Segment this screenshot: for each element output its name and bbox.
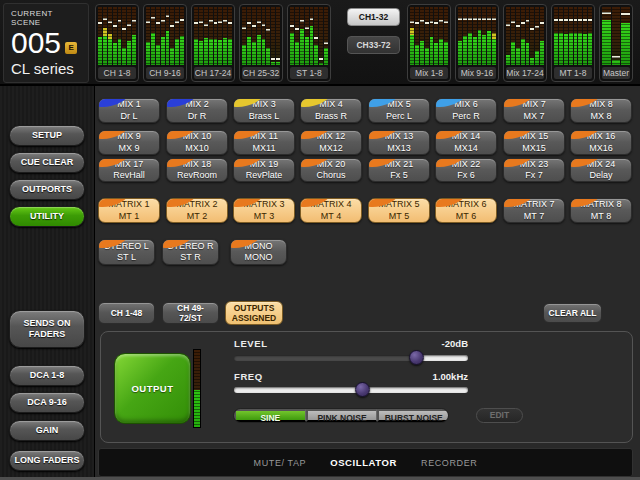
meter-bar bbox=[511, 7, 515, 65]
sidebar-button-utility[interactable]: UTILITY bbox=[9, 206, 85, 227]
channel-name: MT 1 bbox=[99, 211, 159, 222]
channel-button-mix-14[interactable]: MIX 14MX14 bbox=[435, 130, 497, 155]
meter-peak-hold bbox=[554, 19, 558, 21]
channel-button-mix-23[interactable]: MIX 23Fx 7 bbox=[503, 158, 565, 182]
clear-all-button[interactable]: CLEAR ALL bbox=[543, 303, 602, 323]
meter-bar-yellow bbox=[103, 28, 107, 36]
meter-bank-label: Mix 17-24 bbox=[506, 67, 544, 79]
channel-button-mix-22[interactable]: MIX 22Fx 6 bbox=[435, 158, 497, 182]
sidebar-button-dca-9-16[interactable]: DCA 9-16 bbox=[9, 392, 85, 413]
oscillator-meter bbox=[193, 349, 201, 428]
mode-button-burst-noise[interactable]: BURST NOISE bbox=[377, 409, 448, 422]
meter-bar-fill bbox=[569, 33, 573, 65]
channel-button-matrix-4[interactable]: MATRIX 4MT 4 bbox=[300, 198, 362, 223]
meter-bar bbox=[583, 7, 587, 65]
meter-bar bbox=[98, 7, 102, 65]
channel-button-mix-4[interactable]: MIX 4Brass R bbox=[300, 98, 362, 123]
channel-button-mix-6[interactable]: MIX 6Perc R bbox=[435, 98, 497, 123]
meter-bars bbox=[554, 7, 592, 65]
meter-bar bbox=[458, 7, 462, 65]
meter-bar bbox=[602, 7, 611, 65]
channel-button-mix-5[interactable]: MIX 5Perc L bbox=[368, 98, 430, 123]
channel-button-mix-13[interactable]: MIX 13MX13 bbox=[368, 130, 430, 155]
sidebar: SETUPCUE CLEAROUTPORTSUTILITYSENDS ON FA… bbox=[0, 86, 95, 480]
freq-slider-track[interactable] bbox=[234, 387, 468, 393]
channel-name: MX12 bbox=[301, 143, 361, 154]
channel-button-mix-8[interactable]: MIX 8MX 8 bbox=[570, 98, 632, 123]
sidebar-button-cue-clear[interactable]: CUE CLEAR bbox=[9, 152, 85, 173]
oscillator-panel: OUTPUT LEVEL -20dB FREQ 1.00kHz SINEPINK… bbox=[100, 331, 633, 443]
meter-peak-hold bbox=[458, 18, 462, 20]
channel-button-mix-1[interactable]: MIX 1Dr L bbox=[98, 98, 160, 123]
meter-peak-hold bbox=[257, 21, 261, 23]
channel-button-mix-3[interactable]: MIX 3Brass L bbox=[233, 98, 295, 123]
meter-peak-hold bbox=[468, 18, 472, 20]
meter-bar-fill bbox=[420, 41, 424, 65]
sidebar-button-long-faders[interactable]: LONG FADERS bbox=[9, 450, 85, 471]
meter-bar bbox=[410, 7, 414, 65]
channel-button-matrix-1[interactable]: MATRIX 1MT 1 bbox=[98, 198, 160, 223]
meter-bar-fill bbox=[228, 39, 232, 65]
sidebar-button-setup[interactable]: SETUP bbox=[9, 125, 85, 146]
meter-peak-hold bbox=[108, 21, 112, 23]
view-tab-outputs-assigned[interactable]: OUTPUTS ASSIGNED bbox=[225, 301, 283, 325]
meter-peak-hold bbox=[314, 37, 318, 39]
meter-peak-hold bbox=[588, 19, 592, 21]
channel-button-mono[interactable]: MONOMONO bbox=[230, 239, 287, 265]
oscillator-edit-button[interactable]: EDIT bbox=[476, 408, 523, 423]
channel-button-mix-16[interactable]: MIX 16MX16 bbox=[570, 130, 632, 155]
oscillator-output-button[interactable]: OUTPUT bbox=[114, 353, 191, 424]
channel-button-matrix-2[interactable]: MATRIX 2MT 2 bbox=[166, 198, 228, 223]
level-slider-knob[interactable] bbox=[409, 350, 424, 365]
channel-button-matrix-5[interactable]: MATRIX 5MT 5 bbox=[368, 198, 430, 223]
meter-peak-hold bbox=[430, 21, 434, 23]
channel-button-mix-15[interactable]: MIX 15MX15 bbox=[503, 130, 565, 155]
sidebar-button-outports[interactable]: OUTPORTS bbox=[9, 179, 85, 200]
channel-button-mix-17[interactable]: MIX 17RevHall bbox=[98, 158, 160, 182]
channel-button-mix-18[interactable]: MIX 18RevRoom bbox=[166, 158, 228, 182]
channel-button-mix-21[interactable]: MIX 21Fx 5 bbox=[368, 158, 430, 182]
channel-button-stereo-r[interactable]: STEREO RST R bbox=[162, 239, 219, 265]
meter-peak-hold bbox=[98, 22, 102, 24]
bottom-tab-oscillator[interactable]: OSCILLATOR bbox=[330, 457, 397, 468]
bottom-tab-recorder[interactable]: RECORDER bbox=[421, 458, 477, 468]
channel-button-mix-19[interactable]: MIX 19RevPlate bbox=[233, 158, 295, 182]
mode-button-sine[interactable]: SINE bbox=[234, 409, 306, 422]
channel-button-mix-10[interactable]: MIX 10MX10 bbox=[166, 130, 228, 155]
meter-bar-fill bbox=[463, 36, 467, 65]
channel-button-mix-9[interactable]: MIX 9MX 9 bbox=[98, 130, 160, 155]
channel-button-matrix-8[interactable]: MATRIX 8MT 8 bbox=[570, 198, 632, 223]
meter-bank-mix-17-24: Mix 17-24 bbox=[503, 4, 547, 82]
view-tab-ch-1-48[interactable]: CH 1-48 bbox=[98, 302, 155, 324]
view-tab-ch-49-72-st[interactable]: CH 49-72/ST bbox=[162, 302, 219, 324]
channel-name: Fx 6 bbox=[436, 170, 496, 181]
meter-bank-ch-25-32: CH 25-32 bbox=[239, 4, 283, 82]
channel-button-mix-12[interactable]: MIX 12MX12 bbox=[300, 130, 362, 155]
sidebar-button-sends-on-faders[interactable]: SENDS ON FADERS bbox=[9, 310, 85, 348]
meter-bank-master: Master bbox=[599, 4, 633, 82]
meter-bars bbox=[242, 7, 280, 65]
meter-peak-hold bbox=[223, 20, 227, 22]
freq-slider-knob[interactable] bbox=[355, 382, 370, 397]
meter-bar bbox=[161, 7, 165, 65]
channel-button-mix-11[interactable]: MIX 11MX11 bbox=[233, 130, 295, 155]
bottom-tab-mute-tap[interactable]: MUTE/ TAP bbox=[254, 458, 307, 468]
channel-button-mix-2[interactable]: MIX 2Dr R bbox=[166, 98, 228, 123]
channel-button-stereo-l[interactable]: STEREO LST L bbox=[98, 239, 155, 265]
meter-bar-fill bbox=[209, 39, 213, 65]
channel-button-matrix-6[interactable]: MATRIX 6MT 6 bbox=[435, 198, 497, 223]
mode-button-pink-noise[interactable]: PINK NOISE bbox=[306, 409, 378, 422]
channel-button-mix-20[interactable]: MIX 20Chorus bbox=[300, 158, 362, 182]
level-slider-track[interactable] bbox=[234, 355, 468, 361]
bank-selector-ch33-72[interactable]: CH33-72 bbox=[347, 36, 400, 54]
meter-bar bbox=[535, 7, 539, 65]
sidebar-button-dca-1-8[interactable]: DCA 1-8 bbox=[9, 365, 85, 386]
bank-selector-ch1-32[interactable]: CH1-32 bbox=[347, 8, 400, 26]
channel-name: Delay bbox=[571, 170, 631, 181]
channel-button-matrix-3[interactable]: MATRIX 3MT 3 bbox=[233, 198, 295, 223]
channel-button-mix-7[interactable]: MIX 7MX 7 bbox=[503, 98, 565, 123]
channel-button-matrix-7[interactable]: MATRIX 7MT 7 bbox=[503, 198, 565, 223]
channel-button-mix-24[interactable]: MIX 24Delay bbox=[570, 158, 632, 182]
sidebar-button-gain[interactable]: GAIN bbox=[9, 420, 85, 441]
channel-name: MT 4 bbox=[301, 211, 361, 222]
